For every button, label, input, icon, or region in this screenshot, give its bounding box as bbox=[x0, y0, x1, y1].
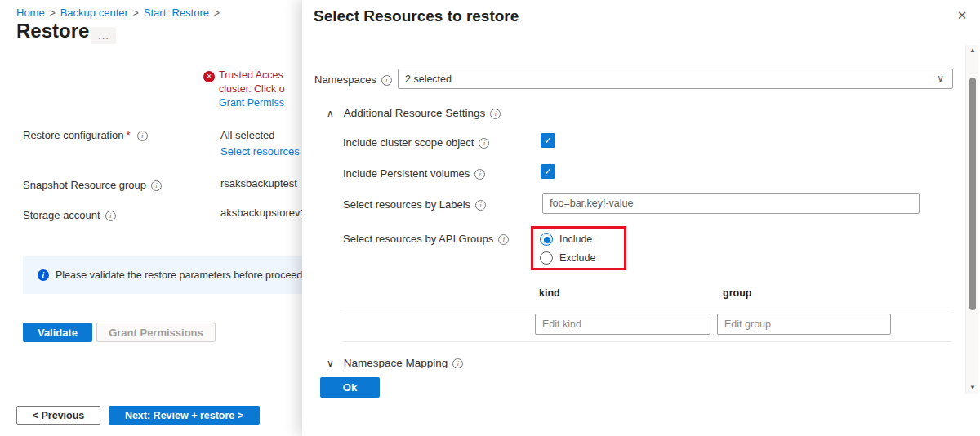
additional-resource-settings-section[interactable]: ∧Additional Resource Settingsi bbox=[327, 107, 501, 119]
next-review-restore-button[interactable]: Next: Review + restore > bbox=[109, 406, 260, 425]
exclude-radio-label: Exclude bbox=[559, 252, 595, 264]
include-persistent-volumes-label: Include Persistent volumesi bbox=[343, 167, 485, 180]
validate-button[interactable]: Validate bbox=[23, 323, 92, 342]
trusted-access-error: ✕ Trusted Acces cluster. Click o Grant P… bbox=[203, 69, 310, 110]
scroll-up-icon[interactable]: ▲ bbox=[966, 45, 979, 56]
scrollbar-thumb[interactable] bbox=[969, 78, 976, 310]
panel-scrollbar[interactable]: ▲ ▼ bbox=[965, 45, 978, 394]
snapshot-resource-group-value: rsaksbackuptest bbox=[220, 177, 297, 189]
breadcrumb-backup-center[interactable]: Backup center bbox=[60, 7, 128, 19]
error-icon: ✕ bbox=[203, 71, 215, 82]
namespaces-label: Namespacesi bbox=[314, 73, 392, 86]
include-cluster-scope-checkbox[interactable]: ✓ bbox=[541, 133, 555, 148]
panel-title: Select Resources to restore bbox=[314, 7, 519, 25]
namespaces-text: Namespaces bbox=[314, 73, 376, 86]
include-radio[interactable]: Include bbox=[540, 233, 592, 246]
azure-restore-screen: Home>Backup center>Start: Restore> Resto… bbox=[0, 0, 980, 436]
restore-configuration-text: Restore configuration bbox=[23, 129, 124, 141]
breadcrumb-separator: > bbox=[214, 7, 220, 19]
info-banner-text: Please validate the restore parameters b… bbox=[56, 269, 316, 281]
chevron-down-icon: ∨ bbox=[937, 73, 944, 84]
include-persistent-volumes-text: Include Persistent volumes bbox=[343, 167, 470, 180]
error-line-1: Trusted Acces bbox=[219, 69, 310, 82]
page-title: Restore bbox=[16, 20, 89, 42]
required-star: * bbox=[127, 129, 131, 141]
storage-account-text: Storage account bbox=[23, 209, 100, 221]
info-icon[interactable]: i bbox=[479, 138, 489, 149]
include-cluster-scope-text: Include cluster scope object bbox=[343, 136, 474, 149]
include-cluster-scope-label: Include cluster scope objecti bbox=[343, 136, 489, 149]
edit-group-input[interactable] bbox=[717, 314, 891, 335]
namespaces-dropdown-value: 2 selected bbox=[405, 73, 452, 85]
select-resources-link[interactable]: Select resources bbox=[220, 145, 300, 158]
group-column-header: group bbox=[723, 287, 751, 299]
additional-section-label: Additional Resource Settings bbox=[344, 107, 485, 119]
select-by-labels-text: Select resources by Labels bbox=[343, 198, 470, 211]
scroll-down-icon[interactable]: ▼ bbox=[966, 382, 979, 394]
grant-permission-link[interactable]: Grant Permiss bbox=[219, 96, 310, 110]
info-icon[interactable]: i bbox=[381, 75, 392, 86]
select-by-labels-label: Select resources by Labelsi bbox=[343, 198, 486, 211]
error-line-2: cluster. Click o bbox=[219, 82, 310, 96]
include-radio-label: Include bbox=[559, 234, 592, 245]
red-highlight-box: Include Exclude bbox=[531, 226, 626, 270]
select-resources-panel: Select Resources to restore ✕ Namespaces… bbox=[302, 0, 980, 436]
validation-info-banner: i Please validate the restore parameters… bbox=[23, 256, 314, 294]
info-icon[interactable]: i bbox=[452, 358, 463, 368]
breadcrumb-start-restore[interactable]: Start: Restore bbox=[144, 7, 209, 19]
namespaces-dropdown[interactable]: 2 selected ∨ bbox=[398, 69, 953, 89]
info-icon[interactable]: i bbox=[474, 169, 485, 180]
info-icon[interactable]: i bbox=[137, 131, 148, 141]
storage-account-label: Storage accounti bbox=[23, 209, 116, 221]
include-persistent-volumes-checkbox[interactable]: ✓ bbox=[541, 164, 555, 179]
select-by-api-groups-label: Select resources by API Groupsi bbox=[343, 233, 509, 245]
storage-account-value: aksbackupstorev1 bbox=[220, 207, 306, 219]
restore-configuration-label: Restore configuration*i bbox=[23, 129, 148, 141]
breadcrumb-separator: > bbox=[50, 7, 56, 19]
info-icon[interactable]: i bbox=[151, 180, 162, 191]
breadcrumb: Home>Backup center>Start: Restore> bbox=[16, 7, 225, 19]
more-options-button[interactable]: ... bbox=[91, 27, 116, 44]
previous-button[interactable]: < Previous bbox=[16, 406, 100, 425]
table-divider bbox=[343, 341, 951, 342]
breadcrumb-home[interactable]: Home bbox=[16, 7, 45, 19]
restore-configuration-value: All selected bbox=[220, 129, 274, 141]
breadcrumb-separator: > bbox=[133, 7, 139, 19]
info-icon[interactable]: i bbox=[498, 234, 509, 245]
panel-scroll-viewport: Namespacesi 2 selected ∨ ∧Additional Res… bbox=[302, 45, 965, 368]
snapshot-resource-group-label: Snapshot Resource groupi bbox=[23, 179, 162, 191]
radio-unselected-icon[interactable] bbox=[540, 251, 553, 265]
info-banner-icon: i bbox=[38, 269, 49, 281]
radio-selected-icon[interactable] bbox=[540, 233, 553, 246]
table-divider bbox=[343, 309, 951, 309]
namespace-mapping-section[interactable]: ∨Namespace Mappingi bbox=[327, 357, 463, 368]
select-by-api-groups-text: Select resources by API Groups bbox=[343, 233, 493, 245]
edit-kind-input[interactable] bbox=[535, 314, 710, 335]
grant-permissions-button[interactable]: Grant Permissions bbox=[96, 323, 216, 342]
namespace-mapping-label: Namespace Mapping bbox=[344, 357, 448, 368]
ok-button[interactable]: Ok bbox=[320, 377, 380, 398]
info-icon[interactable]: i bbox=[105, 211, 116, 221]
chevron-down-icon: ∨ bbox=[327, 358, 334, 368]
labels-input[interactable] bbox=[542, 193, 920, 214]
info-icon[interactable]: i bbox=[475, 200, 486, 211]
chevron-up-icon: ∧ bbox=[327, 108, 334, 119]
kind-column-header: kind bbox=[539, 287, 560, 299]
info-icon[interactable]: i bbox=[490, 109, 501, 119]
exclude-radio[interactable]: Exclude bbox=[540, 251, 595, 265]
snapshot-resource-group-text: Snapshot Resource group bbox=[23, 179, 146, 191]
close-icon[interactable]: ✕ bbox=[954, 7, 970, 24]
